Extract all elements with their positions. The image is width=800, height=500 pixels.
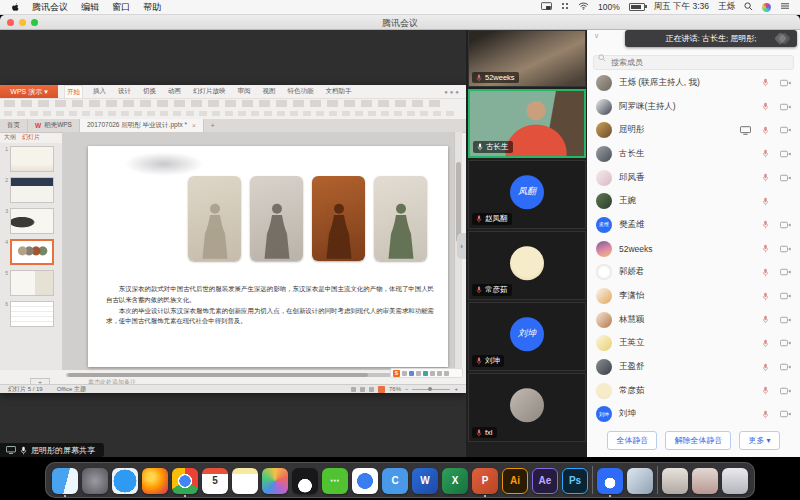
search-input[interactable]	[593, 55, 794, 70]
slide-thumbnail[interactable]: 4	[0, 239, 62, 265]
panel-collapse-arrow[interactable]: ›	[457, 233, 466, 259]
ribbon-tab[interactable]: 文档助手	[324, 85, 354, 98]
menu-item[interactable]: 帮助	[143, 1, 161, 14]
video-tile[interactable]: fxl	[468, 373, 586, 442]
slide-thumbnail[interactable]: 1	[0, 146, 62, 172]
ribbon-tab[interactable]: 插入	[91, 85, 108, 98]
mic-icon[interactable]	[760, 363, 771, 372]
video-tile[interactable]: 52weeks	[468, 30, 586, 87]
camera-icon[interactable]	[780, 339, 791, 347]
participant-row[interactable]: 王英立	[587, 332, 800, 356]
participant-row[interactable]: 刘坤 刘坤	[587, 403, 800, 427]
cctalk-icon[interactable]: C	[382, 468, 408, 494]
participant-row[interactable]: 郭娇君	[587, 261, 800, 285]
panel-action-button[interactable]: 更多 ▾	[739, 431, 779, 450]
menu-item[interactable]: 窗口	[112, 1, 130, 14]
quick-icon[interactable]	[437, 371, 442, 376]
camera-icon[interactable]	[780, 363, 791, 371]
ribbon-tab[interactable]: 特色功能	[286, 85, 316, 98]
participant-row[interactable]: 孟维 樊孟维	[587, 213, 800, 237]
notes-icon[interactable]	[232, 468, 258, 494]
ribbon-tab[interactable]: 审阅	[236, 85, 253, 98]
participant-row[interactable]: 常彦茹	[587, 379, 800, 403]
minimized-window-icon[interactable]	[662, 468, 688, 494]
pane-tab[interactable]: 大纲	[4, 133, 16, 142]
firefox-icon[interactable]	[142, 468, 168, 494]
slide-thumbnail[interactable]: 6	[0, 301, 62, 327]
camera-icon[interactable]	[780, 387, 791, 395]
participant-row[interactable]: 林慧颖	[587, 308, 800, 332]
camera-icon[interactable]	[780, 410, 791, 418]
ribbon-tab[interactable]: 切换	[141, 85, 158, 98]
camera-icon[interactable]	[780, 126, 791, 134]
quick-icon[interactable]	[409, 371, 414, 376]
close-tab-icon[interactable]: ×	[192, 122, 196, 129]
calendar-icon[interactable]: 5	[202, 468, 228, 494]
wps-quick-toolbar[interactable]: S	[390, 368, 463, 378]
participant-row[interactable]: 古长生	[587, 142, 800, 166]
menu-user[interactable]: 王烁	[718, 1, 735, 13]
panel-action-button[interactable]: 全体静音	[607, 431, 657, 450]
powerpoint-icon[interactable]: P	[472, 468, 498, 494]
participant-row[interactable]: 李潇怡	[587, 284, 800, 308]
dock-separator[interactable]	[657, 466, 658, 494]
slideshow-icon[interactable]	[378, 386, 385, 393]
slide-thumbnail[interactable]: 2	[0, 177, 62, 203]
ribbon-tab[interactable]: 幻灯片放映	[191, 85, 228, 98]
camera-icon[interactable]	[780, 103, 791, 111]
camera-icon[interactable]	[780, 174, 791, 182]
quick-icon[interactable]	[416, 371, 421, 376]
slide-thumbnail[interactable]: 5	[0, 270, 62, 296]
camera-icon[interactable]	[780, 79, 791, 87]
participant-row[interactable]: 王烁 (联席主持人, 我)	[587, 71, 800, 95]
chrome-icon[interactable]	[172, 468, 198, 494]
zoom-slider[interactable]	[412, 389, 450, 390]
slide-thumbnail[interactable]: 3	[0, 208, 62, 234]
spotlight-icon[interactable]	[744, 2, 753, 13]
slide-thumb-preview[interactable]	[10, 146, 54, 172]
camera-icon[interactable]	[780, 245, 791, 253]
slide-thumb-preview[interactable]	[10, 270, 54, 296]
mic-icon[interactable]	[760, 292, 771, 301]
mic-icon[interactable]	[760, 315, 771, 324]
apple-menu-icon[interactable]	[10, 2, 20, 13]
participant-row[interactable]: 邱凤香	[587, 166, 800, 190]
ribbon-tab[interactable]: 动画	[166, 85, 183, 98]
wps-window-controls[interactable]: ●●●	[444, 89, 461, 95]
quick-icon[interactable]	[444, 371, 449, 376]
trash-icon[interactable]	[722, 468, 748, 494]
slide-thumb-preview[interactable]	[10, 208, 54, 234]
video-tile[interactable]: 常彦茹	[468, 231, 586, 300]
ribbon-tab[interactable]: 开始	[64, 85, 83, 98]
dock-separator[interactable]	[592, 466, 593, 494]
video-tile[interactable]: 凤翻 赵凤翻	[468, 160, 586, 229]
word-icon[interactable]: W	[412, 468, 438, 494]
slide-thumb-preview[interactable]	[10, 177, 54, 203]
tab-home[interactable]: 首页	[0, 119, 28, 132]
menu-item[interactable]: 腾讯会议	[32, 1, 68, 14]
view-normal-icon[interactable]	[351, 387, 356, 392]
new-tab-button[interactable]: +	[204, 119, 222, 132]
tab-daoke[interactable]: W稻壳WPS	[28, 119, 80, 132]
notification-center-icon[interactable]	[780, 2, 790, 12]
launchpad-icon[interactable]	[82, 468, 108, 494]
mic-icon[interactable]	[760, 386, 771, 395]
safari-icon[interactable]	[112, 468, 138, 494]
participant-row[interactable]: 阿罗咪(主持人)	[587, 95, 800, 119]
input-source-icon[interactable]	[561, 2, 569, 12]
tencent-app-icon[interactable]	[352, 468, 378, 494]
pane-tab[interactable]: 幻灯片	[22, 133, 40, 142]
mic-icon[interactable]	[760, 197, 771, 206]
minimized-window-icon[interactable]	[692, 468, 718, 494]
mic-icon[interactable]	[760, 244, 771, 253]
mic-icon[interactable]	[760, 102, 771, 111]
mic-icon[interactable]	[760, 126, 771, 135]
screen-mirroring-icon[interactable]	[541, 2, 552, 13]
participant-row[interactable]: 屈明彤	[587, 118, 800, 142]
wps-share-icon[interactable]: S	[393, 370, 400, 377]
illustrator-icon[interactable]: Ai	[502, 468, 528, 494]
ribbon-tab[interactable]: 设计	[116, 85, 133, 98]
wps-logo-button[interactable]: WPS 演示▾	[0, 85, 58, 98]
excel-icon[interactable]: X	[442, 468, 468, 494]
participant-row[interactable]: 52weeks	[587, 237, 800, 261]
